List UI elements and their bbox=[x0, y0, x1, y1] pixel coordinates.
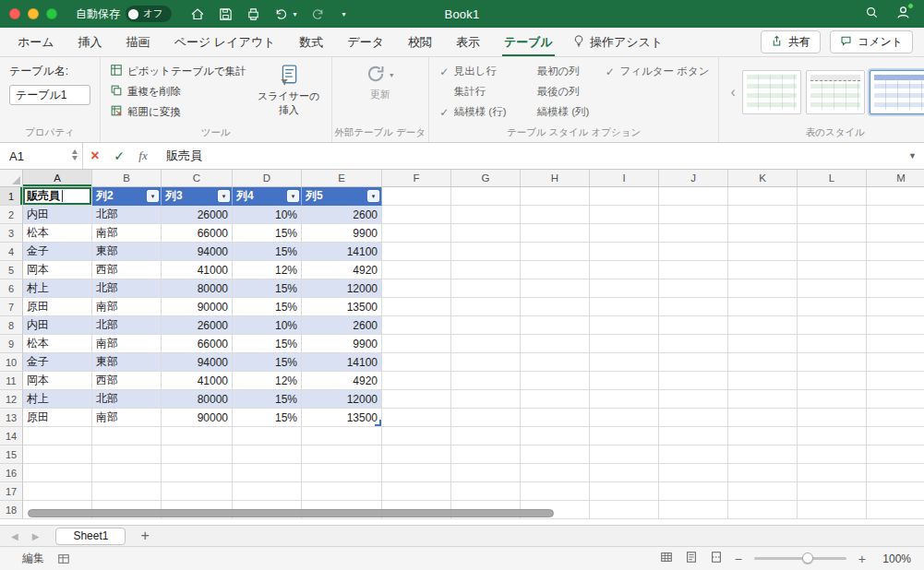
checkbox-banded-columns[interactable]: 縞模様 (列) bbox=[522, 104, 590, 120]
cell-I14[interactable] bbox=[590, 427, 659, 445]
ribbon-tab[interactable]: データ bbox=[345, 28, 386, 56]
cell-H14[interactable] bbox=[521, 427, 590, 445]
convert-to-range-button[interactable]: 範囲に変換 bbox=[110, 104, 246, 119]
cell-D13[interactable]: 15% bbox=[233, 409, 302, 427]
cell-G10[interactable] bbox=[451, 353, 521, 372]
cell-B1[interactable]: 列2▾ bbox=[92, 187, 162, 206]
cell-G1[interactable] bbox=[451, 187, 521, 206]
filter-button-D1[interactable]: ▾ bbox=[287, 190, 299, 202]
cell-A13[interactable]: 原田 bbox=[23, 409, 92, 427]
cell-I1[interactable] bbox=[590, 187, 659, 206]
cell-G8[interactable] bbox=[451, 316, 521, 335]
cell-L17[interactable] bbox=[798, 482, 867, 501]
cell-L13[interactable] bbox=[798, 409, 867, 427]
cell-C7[interactable]: 90000 bbox=[162, 298, 233, 316]
cell-J12[interactable] bbox=[659, 390, 728, 409]
cell-M5[interactable] bbox=[867, 261, 924, 279]
checkbox-first-column[interactable]: 最初の列 bbox=[522, 64, 590, 79]
cell-I2[interactable] bbox=[590, 206, 659, 224]
cell-C3[interactable]: 66000 bbox=[162, 224, 233, 243]
cell-G3[interactable] bbox=[451, 224, 521, 243]
column-header-A[interactable]: A bbox=[23, 170, 92, 186]
cell-E8[interactable]: 2600 bbox=[302, 316, 382, 335]
cell-E2[interactable]: 2600 bbox=[302, 206, 382, 224]
share-button[interactable]: 共有 bbox=[761, 30, 821, 53]
row-header-9[interactable]: 9 bbox=[0, 335, 23, 353]
cell-G2[interactable] bbox=[451, 206, 521, 224]
search-icon[interactable] bbox=[865, 6, 879, 23]
cell-M12[interactable] bbox=[867, 390, 924, 409]
cell-K6[interactable] bbox=[728, 279, 798, 298]
cell-H7[interactable] bbox=[521, 298, 590, 316]
cell-M2[interactable] bbox=[867, 206, 924, 224]
cell-I15[interactable] bbox=[590, 445, 659, 464]
cell-F10[interactable] bbox=[382, 353, 451, 372]
cell-D17[interactable] bbox=[233, 482, 302, 501]
cell-K1[interactable] bbox=[728, 187, 798, 206]
cell-K2[interactable] bbox=[728, 206, 798, 224]
cell-E6[interactable]: 12000 bbox=[302, 279, 382, 298]
zoom-slider[interactable] bbox=[754, 557, 846, 560]
cell-J15[interactable] bbox=[659, 445, 728, 464]
refresh-button[interactable]: ▼ 更新 bbox=[342, 64, 419, 101]
cell-G14[interactable] bbox=[451, 427, 521, 445]
cell-F17[interactable] bbox=[382, 482, 451, 501]
horizontal-scrollbar[interactable] bbox=[28, 509, 554, 517]
cell-B15[interactable] bbox=[92, 445, 162, 464]
checkbox-last-column[interactable]: 最後の列 bbox=[522, 84, 590, 100]
cell-D6[interactable]: 15% bbox=[233, 279, 302, 298]
cell-I18[interactable] bbox=[590, 501, 659, 519]
cell-G7[interactable] bbox=[451, 298, 521, 316]
row-header-18[interactable]: 18 bbox=[0, 501, 23, 519]
checkbox-header-row[interactable]: ✓見出し行 bbox=[438, 64, 507, 79]
cell-G11[interactable] bbox=[451, 372, 521, 390]
ribbon-tab[interactable]: 描画 bbox=[125, 28, 152, 56]
column-header-J[interactable]: J bbox=[659, 170, 728, 186]
cell-K18[interactable] bbox=[728, 501, 798, 519]
row-header-3[interactable]: 3 bbox=[0, 224, 23, 243]
cell-D11[interactable]: 12% bbox=[233, 372, 302, 390]
cell-A2[interactable]: 内田 bbox=[23, 206, 92, 224]
cell-I8[interactable] bbox=[590, 316, 659, 335]
undo-icon[interactable] bbox=[274, 7, 288, 21]
cell-D10[interactable]: 15% bbox=[233, 353, 302, 372]
cell-K11[interactable] bbox=[728, 372, 798, 390]
cell-M11[interactable] bbox=[867, 372, 924, 390]
cell-I9[interactable] bbox=[590, 335, 659, 353]
zoom-in-icon[interactable]: + bbox=[858, 552, 866, 566]
cell-B16[interactable] bbox=[92, 464, 162, 482]
cell-M16[interactable] bbox=[867, 464, 924, 482]
cell-L10[interactable] bbox=[798, 353, 867, 372]
column-header-G[interactable]: G bbox=[451, 170, 521, 186]
column-header-F[interactable]: F bbox=[382, 170, 451, 186]
table-style-thumb-2[interactable] bbox=[806, 70, 865, 114]
row-header-15[interactable]: 15 bbox=[0, 445, 23, 464]
name-box[interactable]: A1 bbox=[0, 143, 83, 169]
checkbox-total-row[interactable]: 集計行 bbox=[438, 84, 507, 100]
cell-I5[interactable] bbox=[590, 261, 659, 279]
table-style-thumb-1[interactable] bbox=[742, 70, 801, 114]
cell-E13[interactable]: 13500 bbox=[302, 409, 382, 427]
cell-E1[interactable]: 列5▾ bbox=[302, 187, 382, 206]
row-header-4[interactable]: 4 bbox=[0, 243, 23, 261]
cell-M1[interactable] bbox=[867, 187, 924, 206]
cell-F14[interactable] bbox=[382, 427, 451, 445]
cell-M6[interactable] bbox=[867, 279, 924, 298]
cell-M18[interactable] bbox=[867, 501, 924, 519]
checkbox-banded-rows[interactable]: ✓縞模様 (行) bbox=[438, 104, 507, 120]
cell-I4[interactable] bbox=[590, 243, 659, 261]
cell-C15[interactable] bbox=[162, 445, 233, 464]
row-header-14[interactable]: 14 bbox=[0, 427, 23, 445]
add-sheet-icon[interactable]: + bbox=[140, 528, 149, 543]
cell-L15[interactable] bbox=[798, 445, 867, 464]
cell-G9[interactable] bbox=[451, 335, 521, 353]
cell-F16[interactable] bbox=[382, 464, 451, 482]
cell-K9[interactable] bbox=[728, 335, 798, 353]
cell-E17[interactable] bbox=[302, 482, 382, 501]
cell-J9[interactable] bbox=[659, 335, 728, 353]
column-header-L[interactable]: L bbox=[798, 170, 867, 186]
cell-B13[interactable]: 南部 bbox=[92, 409, 162, 427]
cell-B6[interactable]: 北部 bbox=[92, 279, 162, 298]
cell-C14[interactable] bbox=[162, 427, 233, 445]
cell-L3[interactable] bbox=[798, 224, 867, 243]
